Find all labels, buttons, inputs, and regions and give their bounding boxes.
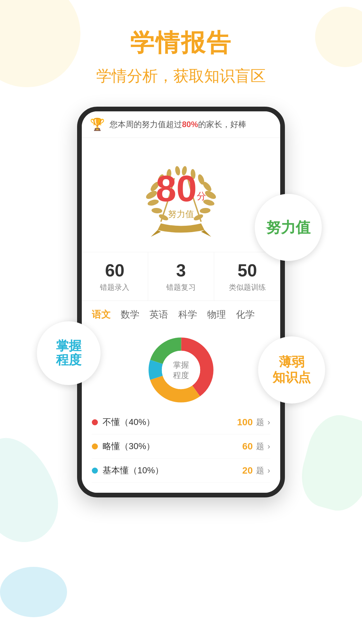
legend-label-1: 略懂（30%） — [103, 440, 155, 452]
tab-physics[interactable]: 物理 — [207, 308, 226, 321]
legend-list: 不懂（40%） 100 题 › 略懂（30%） — [92, 410, 270, 483]
mastery-float-text: 掌握程度 — [56, 339, 81, 367]
legend-item-2[interactable]: 基本懂（10%） 20 题 › — [92, 459, 270, 483]
effort-banner: 🏆 您本周的努力值超过80%的家长，好棒 — [82, 111, 280, 138]
effort-float-text: 努力值 — [266, 219, 310, 235]
trophy-icon: 🏆 — [90, 117, 105, 131]
score-section: 80分 努力值 — [82, 138, 280, 249]
weak-float-text: 薄弱知识点 — [273, 355, 311, 385]
stat-item-0: 60 错题录入 — [82, 252, 148, 301]
effort-highlight: 80% — [182, 120, 198, 129]
legend-dot-orange — [92, 443, 98, 449]
phone-wrapper: 🏆 您本周的努力值超过80%的家长，好棒 — [44, 107, 318, 497]
page-content: 学情报告 学情分析，获取知识盲区 🏆 您本周的努力值超过80%的家长，好棒 — [0, 0, 362, 497]
effort-text-before: 您本周的努力值超过 — [110, 120, 182, 129]
phone-mockup: 🏆 您本周的努力值超过80%的家长，好棒 — [77, 107, 285, 497]
stat-num-0: 60 — [105, 260, 124, 280]
legend-left-1: 略懂（30%） — [92, 440, 155, 452]
donut-center-text: 掌握程度 — [173, 360, 189, 380]
stat-desc-2: 类似题训练 — [229, 282, 266, 292]
legend-left-2: 基本懂（10%） — [92, 465, 164, 476]
tab-science[interactable]: 科学 — [178, 308, 197, 321]
legend-right-0: 100 题 › — [237, 417, 270, 428]
legend-unit-1: 题 — [256, 441, 264, 452]
legend-unit-0: 题 — [256, 417, 264, 428]
legend-dot-blue — [92, 468, 98, 474]
bg-decoration-blue — [0, 567, 67, 617]
page-subtitle: 学情分析，获取知识盲区 — [96, 66, 266, 87]
legend-count-0: 100 — [237, 417, 253, 428]
score-unit: 分 — [197, 191, 206, 201]
legend-right-2: 20 题 › — [242, 465, 270, 476]
float-effort-label: 努力值 — [255, 194, 322, 261]
score-center: 80分 努力值 — [156, 170, 206, 220]
score-number: 80 — [156, 168, 197, 209]
wreath-container: 80分 努力值 — [134, 148, 228, 242]
effort-text: 您本周的努力值超过80%的家长，好棒 — [110, 119, 246, 130]
stat-num-1: 3 — [176, 260, 186, 280]
legend-arrow-0: › — [267, 418, 270, 427]
legend-label-2: 基本懂（10%） — [103, 465, 164, 476]
tab-math[interactable]: 数学 — [121, 308, 139, 321]
legend-dot-red — [92, 419, 98, 425]
float-mastery-label: 掌握程度 — [37, 321, 101, 385]
tab-chemistry[interactable]: 化学 — [236, 308, 255, 321]
stat-num-2: 50 — [238, 260, 257, 280]
effort-text-after: 的家长，好棒 — [198, 120, 246, 129]
legend-item-0[interactable]: 不懂（40%） 100 题 › — [92, 410, 270, 434]
donut-wrapper: 掌握程度 — [144, 333, 218, 407]
legend-label-0: 不懂（40%） — [103, 416, 155, 428]
score-label: 努力值 — [156, 208, 206, 220]
legend-unit-2: 题 — [256, 465, 264, 476]
tab-chinese[interactable]: 语文 — [92, 308, 111, 321]
legend-arrow-1: › — [267, 442, 270, 451]
stat-item-2: 50 类似题训练 — [214, 252, 280, 301]
chart-section: 掌握程度 不懂（40%） 100 题 › — [82, 326, 280, 493]
legend-item-1[interactable]: 略懂（30%） 60 题 › — [92, 434, 270, 459]
subject-tabs[interactable]: 语文 数学 英语 科学 物理 化学 — [82, 301, 280, 326]
float-weak-label: 薄弱知识点 — [258, 336, 325, 404]
stats-row: 60 错题录入 3 错题复习 50 类似题训练 — [82, 252, 280, 301]
stat-desc-0: 错题录入 — [100, 282, 129, 292]
stat-desc-1: 错题复习 — [166, 282, 196, 292]
tab-english[interactable]: 英语 — [149, 308, 168, 321]
legend-right-1: 60 题 › — [242, 441, 270, 452]
legend-count-2: 20 — [242, 465, 253, 476]
legend-left-0: 不懂（40%） — [92, 416, 155, 428]
stat-item-1: 3 错题复习 — [148, 252, 215, 301]
legend-count-1: 60 — [242, 441, 253, 452]
page-title: 学情报告 — [130, 27, 232, 59]
legend-arrow-2: › — [267, 466, 270, 475]
